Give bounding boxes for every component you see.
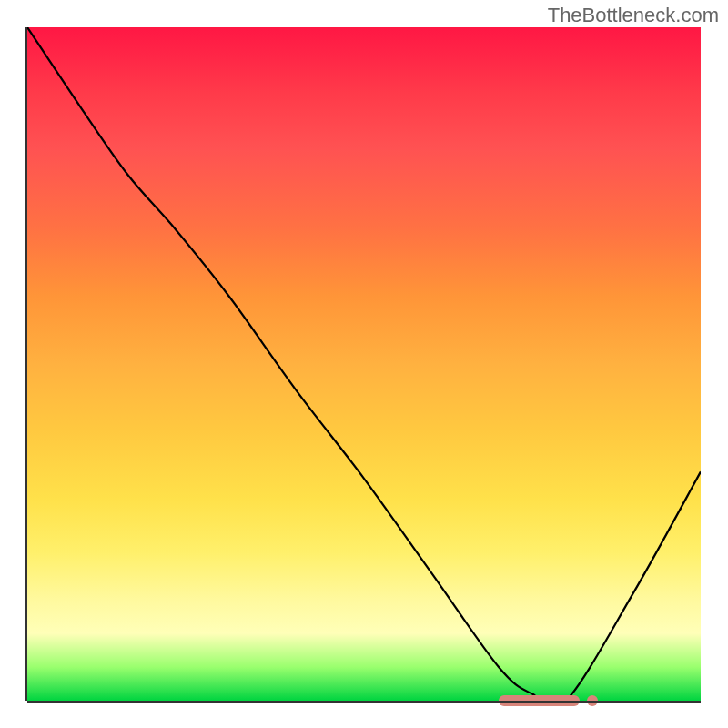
bottleneck-curve bbox=[27, 27, 701, 701]
chart-container: TheBottleneck.com bbox=[0, 0, 728, 728]
y-axis bbox=[25, 27, 27, 701]
curve-path bbox=[27, 27, 701, 701]
watermark-text: TheBottleneck.com bbox=[548, 4, 719, 27]
x-axis bbox=[27, 701, 701, 703]
plot-area bbox=[27, 27, 701, 701]
